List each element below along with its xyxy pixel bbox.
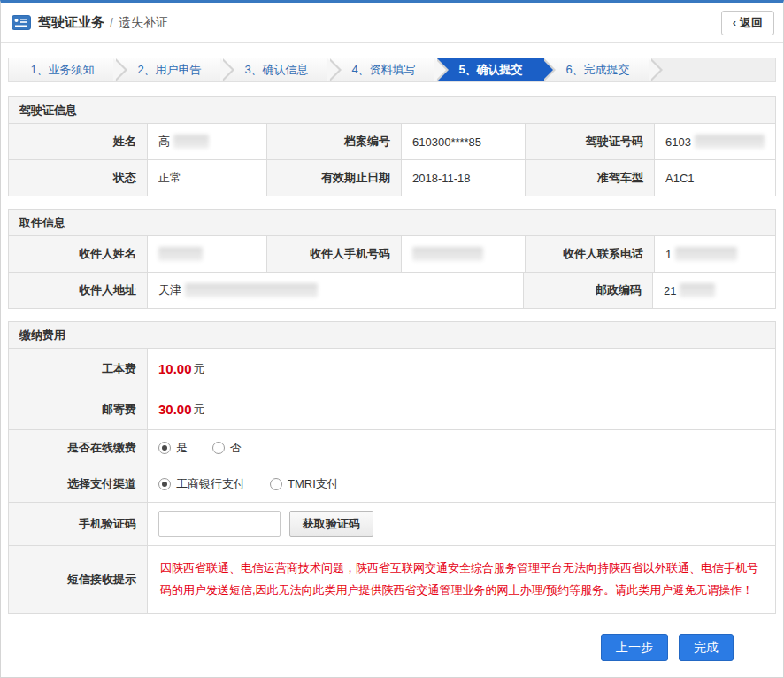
chevron-left-icon: ‹ — [733, 16, 736, 29]
license-no-label: 驾驶证号码 — [526, 124, 655, 159]
expiry-label: 有效期止日期 — [267, 160, 402, 196]
recipient-mobile-value — [402, 236, 526, 272]
table-row: 短信接收提示 因陕西省联通、电信运营商技术问题，陕西省互联网交通安全综合服务管理… — [9, 546, 775, 613]
radio-checked-icon[interactable] — [158, 478, 171, 490]
redacted-blur — [695, 135, 765, 149]
address-label: 收件人地址 — [9, 273, 148, 308]
address-value: 天津 — [148, 273, 524, 308]
recipient-tel-label: 收件人联系电话 — [526, 236, 655, 272]
cost-fee-label: 工本费 — [9, 349, 148, 389]
radio-checked-icon[interactable] — [158, 442, 171, 454]
back-button-label: 返回 — [740, 15, 763, 31]
captcha-label: 手机验证码 — [9, 503, 148, 545]
postage-fee-value: 30.00元 — [148, 389, 775, 429]
pickup-info-section: 取件信息 收件人姓名 收件人手机号码 收件人联系电话 1 收件人地址 天津 邮政… — [8, 209, 776, 309]
page: 驾驶证业务 / 遗失补证 ‹ 返回 1、业务须知 2、用户申告 3、确认信息 4… — [0, 0, 784, 678]
license-info-section: 驾驶证信息 姓名 高 档案编号 610300****85 驾驶证号码 6103 … — [8, 96, 776, 196]
online-pay-label: 是否在线缴费 — [9, 430, 148, 466]
pay-channel-label: 选择支付渠道 — [9, 466, 148, 502]
recipient-name-label: 收件人姓名 — [9, 236, 148, 272]
top-bar: 驾驶证业务 / 遗失补证 ‹ 返回 — [1, 3, 783, 43]
file-no-value: 610300****85 — [402, 124, 526, 159]
step-4-fill-data: 4、资料填写 — [330, 58, 437, 81]
channel-icbc-option[interactable]: 工商银行支付 — [158, 476, 245, 492]
page-subtitle: 遗失补证 — [119, 15, 168, 31]
table-row: 手机验证码 获取验证码 — [9, 503, 775, 546]
license-business-icon — [12, 15, 31, 30]
step-wizard: 1、业务须知 2、用户申告 3、确认信息 4、资料填写 5、确认提交 6、完成提… — [8, 58, 776, 82]
pickup-info-header: 取件信息 — [9, 210, 775, 236]
redacted-blur — [680, 283, 715, 297]
table-row: 状态 正常 有效期止日期 2018-11-18 准驾车型 A1C1 — [9, 160, 775, 196]
vehicle-type-value: A1C1 — [655, 160, 775, 196]
cost-fee-value: 10.00元 — [148, 349, 775, 389]
step-3-confirm-info: 3、确认信息 — [223, 58, 330, 81]
status-value: 正常 — [148, 160, 267, 196]
step-5-confirm-submit: 5、确认提交 — [437, 58, 544, 81]
step-6-complete-submit: 6、完成提交 — [544, 58, 651, 81]
radio-unchecked-icon[interactable] — [212, 442, 225, 454]
table-row: 收件人地址 天津 邮政编码 21 — [9, 273, 775, 308]
online-pay-no-option[interactable]: 否 — [212, 440, 242, 456]
license-no-value: 6103 — [655, 124, 775, 159]
payment-section: 缴纳费用 工本费 10.00元 邮寄费 30.00元 是否在线缴费 是 — [8, 321, 776, 614]
step-2-user-declaration: 2、用户申告 — [116, 58, 223, 81]
redacted-blur — [158, 247, 203, 261]
footer-actions: 上一步 完成 — [1, 627, 783, 661]
table-row: 选择支付渠道 工商银行支付 TMRI支付 — [9, 466, 775, 503]
table-row: 邮寄费 30.00元 — [9, 389, 775, 430]
table-row: 是否在线缴费 是 否 — [9, 430, 775, 466]
get-captcha-button[interactable]: 获取验证码 — [289, 511, 373, 537]
recipient-name-value — [148, 236, 267, 272]
pay-channel-radio-group: 工商银行支付 TMRI支付 — [158, 476, 364, 492]
payment-header: 缴纳费用 — [9, 322, 775, 349]
postcode-label: 邮政编码 — [524, 273, 653, 308]
online-pay-yes-option[interactable]: 是 — [158, 440, 188, 456]
name-value: 高 — [148, 124, 267, 159]
license-info-header: 驾驶证信息 — [9, 97, 775, 124]
redacted-blur — [185, 283, 318, 297]
table-row: 姓名 高 档案编号 610300****85 驾驶证号码 6103 — [9, 124, 775, 160]
table-row: 收件人姓名 收件人手机号码 收件人联系电话 1 — [9, 236, 775, 273]
radio-unchecked-icon[interactable] — [270, 478, 282, 490]
expiry-value: 2018-11-18 — [402, 160, 526, 196]
postage-fee-label: 邮寄费 — [9, 389, 148, 429]
back-button[interactable]: ‹ 返回 — [721, 11, 774, 35]
postcode-value: 21 — [653, 273, 775, 308]
sms-notice-text: 因陕西省联通、电信运营商技术问题，陕西省互联网交通安全综合服务管理平台无法向持陕… — [148, 546, 775, 613]
recipient-tel-value: 1 — [655, 236, 775, 272]
status-label: 状态 — [9, 160, 148, 196]
vehicle-type-label: 准驾车型 — [526, 160, 655, 196]
table-row: 工本费 10.00元 — [9, 349, 775, 389]
online-pay-radio-group: 是 否 — [158, 440, 266, 456]
finish-button[interactable]: 完成 — [679, 634, 734, 661]
redacted-blur — [675, 247, 737, 261]
previous-step-button[interactable]: 上一步 — [601, 634, 668, 661]
file-no-label: 档案编号 — [267, 124, 402, 159]
recipient-mobile-label: 收件人手机号码 — [267, 236, 402, 272]
redacted-blur — [412, 247, 483, 261]
sms-notice-label: 短信接收提示 — [9, 546, 148, 613]
page-title: 驾驶证业务 — [38, 14, 104, 31]
channel-tmri-option[interactable]: TMRI支付 — [270, 476, 339, 492]
step-1-business-notice: 1、业务须知 — [9, 58, 116, 81]
redacted-blur — [173, 135, 209, 149]
title-separator: / — [110, 16, 113, 30]
name-label: 姓名 — [9, 124, 148, 159]
captcha-input[interactable] — [158, 511, 281, 537]
